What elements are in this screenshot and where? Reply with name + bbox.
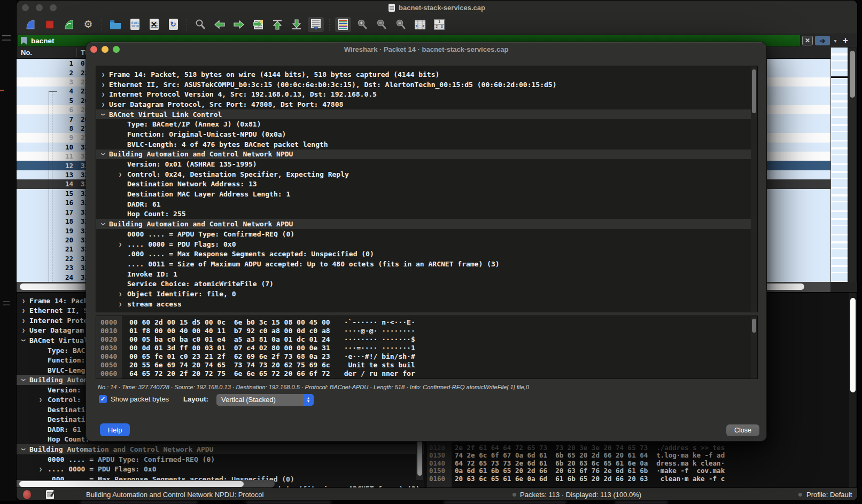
scrollbar-thumb[interactable] <box>850 298 856 392</box>
tree-row[interactable]: ❯Control: 0x24, Destination Specifier, E… <box>96 169 757 179</box>
expand-icon[interactable]: ❯ <box>118 291 123 297</box>
tree-row[interactable]: .000 .... = Max Response Segments accept… <box>96 249 757 259</box>
status-profile[interactable]: Profile: Default <box>806 491 852 499</box>
tree-row[interactable]: Hop Count: 255 <box>96 209 757 219</box>
tree-row[interactable]: Function: Original-Unicast-NPDU (0x0a) <box>96 129 757 139</box>
column-header-no[interactable]: No. <box>21 49 32 57</box>
expand-icon[interactable]: ❯ <box>21 308 26 313</box>
filter-clear-button[interactable]: ✕ <box>802 36 813 45</box>
tree-row[interactable]: Service Choice: atomicWriteFile (7) <box>96 279 757 289</box>
collapse-icon[interactable]: ❯ <box>100 222 106 227</box>
expand-icon[interactable]: ❯ <box>100 82 106 88</box>
find-packet-icon[interactable] <box>192 17 208 32</box>
resize-columns-icon[interactable] <box>412 17 428 32</box>
close-file-icon[interactable]: ✕ <box>146 17 162 32</box>
open-file-icon[interactable] <box>107 17 123 32</box>
scrollbar-thumb[interactable] <box>19 481 244 487</box>
tree-row[interactable]: 0000 .... = APDU Type: Confirmed-REQ (0) <box>96 229 757 239</box>
layout-panes-icon[interactable]: 123 <box>431 17 447 32</box>
tree-row[interactable]: ❯.... 0000 = PDU Flags: 0x0 <box>96 239 757 249</box>
capture-start-icon[interactable] <box>22 17 38 32</box>
tree-row[interactable]: ❯Object Identifier: file, 0 <box>96 289 757 299</box>
zoom-reset-icon[interactable] <box>393 17 409 32</box>
capture-restart-icon[interactable] <box>61 17 77 32</box>
hex-row[interactable]: 006064 65 72 20 2f 20 72 75 6e 6e 65 72 … <box>96 369 757 377</box>
expand-icon[interactable]: ❯ <box>118 301 123 307</box>
collapse-icon[interactable]: ❯ <box>21 377 27 383</box>
collapse-icon[interactable]: ❯ <box>100 112 106 117</box>
hex-row[interactable]: 004000 65 fe 01 c0 23 21 2f 62 69 6e 2f … <box>96 352 757 361</box>
previous-packet-icon[interactable] <box>212 17 228 32</box>
collapse-icon[interactable]: ❯ <box>21 337 27 343</box>
filter-apply-button[interactable]: ➔ <box>815 36 830 45</box>
next-packet-icon[interactable] <box>231 17 247 32</box>
hex-row[interactable]: 003000 0d 01 3d ff 00 03 01 07 c4 02 80 … <box>96 344 757 352</box>
hex-row[interactable]: 01202e 2f 61 64 64 72 65 73 73 20 3e 3e … <box>424 444 858 452</box>
column-divider[interactable] <box>76 48 77 57</box>
tree-row[interactable]: Version: 0x01 (ASHRAE 135-1995) <box>96 159 757 169</box>
hex-row[interactable]: 014064 72 65 73 73 2e 6d 61 6b 20 63 6c … <box>424 459 858 467</box>
tree-row[interactable]: ❯stream access <box>96 299 757 309</box>
tree-row[interactable]: Type: BACnet/IP (Annex J) (0x81) <box>96 119 757 129</box>
hex-row[interactable]: 000000 60 2d 00 15 d5 00 0c 6e b0 3c 15 … <box>96 318 757 327</box>
collapse-icon[interactable]: ❯ <box>21 446 27 452</box>
packet-list-vertical-scrollbar[interactable] <box>849 48 856 282</box>
tree-row[interactable]: DADR: 61 <box>96 199 757 209</box>
hex-row[interactable]: 005020 55 6e 69 74 20 74 65 73 74 73 20 … <box>96 360 757 369</box>
expand-icon[interactable]: ❯ <box>100 101 106 107</box>
expand-icon[interactable]: ❯ <box>100 72 106 77</box>
show-packet-bytes-checkbox[interactable]: ✓ <box>99 395 107 403</box>
filter-dropdown-button[interactable]: ▾ <box>831 36 840 45</box>
expand-icon[interactable]: ❯ <box>38 466 43 472</box>
hex-row[interactable]: 01500a 6d 61 6b 65 20 2d 66 20 63 6f 76 … <box>424 467 858 475</box>
tree-row[interactable]: Destination Network Address: 13 <box>96 179 757 190</box>
layout-select[interactable]: Vertical (Stacked) ▲▼ <box>216 394 314 406</box>
tree-row[interactable]: 0000 .... = APDU Type: Confirmed-REQ (0) <box>17 454 424 464</box>
tree-row[interactable]: ❯Internet Protocol Version 4, Src: 192.1… <box>96 89 757 99</box>
hex-row[interactable]: 013074 2e 6c 6f 67 0a 6d 61 6b 65 20 2d … <box>424 452 858 460</box>
dialog-titlebar[interactable]: Wireshark · Packet 14 · bacnet-stack-ser… <box>86 42 766 57</box>
collapse-icon[interactable]: ❯ <box>100 152 106 157</box>
zoom-out-icon[interactable] <box>374 17 390 32</box>
packet-list-minimap[interactable] <box>830 48 848 282</box>
tree-row[interactable]: Destination MAC Layer Address Length: 1 <box>96 189 757 199</box>
scrollbar-thumb[interactable] <box>850 51 855 98</box>
filter-bookmark-icon[interactable] <box>21 37 27 45</box>
dialog-bytes-pane[interactable]: 000000 60 2d 00 15 d5 00 0c 6e b0 3c 15 … <box>96 316 758 379</box>
dialog-tree-scrollbar[interactable] <box>751 67 757 312</box>
tree-row[interactable]: BVLC-Length: 4 of 476 bytes BACnet packe… <box>96 139 757 149</box>
tree-row[interactable]: ❯Ethernet II, Src: ASUSTekCOMPU_b0:3c:15… <box>96 80 757 90</box>
expand-icon[interactable]: ❯ <box>21 318 26 324</box>
capture-comment-icon[interactable] <box>46 490 54 499</box>
tree-row[interactable]: ❯Building Automation and Control Network… <box>96 219 757 229</box>
expand-icon[interactable]: ❯ <box>118 171 123 177</box>
tree-row[interactable]: ❯Frame 14: Packet, 518 bytes on wire (41… <box>96 69 757 80</box>
scrollbar-thumb[interactable] <box>752 319 756 333</box>
help-button[interactable]: Help <box>100 423 130 436</box>
dialog-detail-pane[interactable]: ❯Frame 14: Packet, 518 bytes on wire (41… <box>96 66 758 312</box>
first-packet-icon[interactable] <box>269 17 285 32</box>
detail-horizontal-scrollbar[interactable] <box>17 480 275 487</box>
show-packet-bytes-label[interactable]: Show packet bytes <box>111 395 169 403</box>
scrollbar-thumb[interactable] <box>752 69 756 113</box>
zoom-in-icon[interactable] <box>354 17 370 32</box>
main-titlebar[interactable]: bacnet-stack-services.cap <box>17 1 857 15</box>
go-to-packet-icon[interactable] <box>250 17 266 32</box>
tree-row[interactable]: .... 0011 = Size of Maximum ADPU accepte… <box>96 259 757 269</box>
last-packet-icon[interactable] <box>289 17 305 32</box>
tree-row[interactable]: ❯Building Automation and Control Network… <box>17 444 424 454</box>
expand-icon[interactable]: ❯ <box>21 298 26 304</box>
dialog-bytes-scrollbar[interactable] <box>751 317 757 379</box>
expand-icon[interactable]: ❯ <box>21 327 26 333</box>
colorize-packets-icon[interactable] <box>335 17 351 32</box>
close-button[interactable]: Close <box>726 424 759 436</box>
capture-options-icon[interactable]: ⚙ <box>80 17 96 32</box>
tree-row[interactable]: ❯.... 0000 = PDU Flags: 0x0 <box>17 464 424 474</box>
hex-row[interactable]: 016020 63 6c 65 61 6e 0a 6d 61 6b 65 20 … <box>424 475 858 483</box>
tree-row[interactable]: ❯User Datagram Protocol, Src Port: 47808… <box>96 99 757 109</box>
expert-info-icon[interactable] <box>23 490 31 499</box>
reload-file-icon[interactable]: ↻ <box>165 17 181 32</box>
hex-row[interactable]: 002000 05 ba c0 ba c0 01 e4 a5 a3 81 0a … <box>96 335 757 344</box>
save-file-icon[interactable]: 0101 1010 <box>127 17 143 32</box>
tree-row[interactable]: ❯Building Automation and Control Network… <box>96 149 757 160</box>
